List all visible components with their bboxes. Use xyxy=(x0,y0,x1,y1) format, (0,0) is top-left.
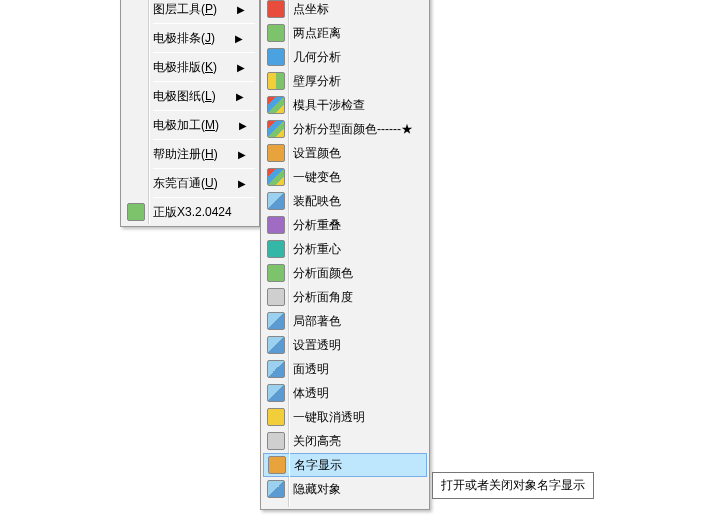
submenu-item-icon xyxy=(267,360,285,378)
menu-item-4[interactable]: 电极加工(M)▶ xyxy=(123,113,257,137)
submenu-item-7[interactable]: 一键变色 xyxy=(263,165,427,189)
menu-item-label: 帮助注册(H) xyxy=(153,146,218,163)
submenu-arrow-icon: ▶ xyxy=(218,149,246,160)
app-icon xyxy=(127,203,145,221)
menu-item-label: 电极排版(K) xyxy=(153,59,217,76)
submenu-item-label: 体透明 xyxy=(293,385,407,402)
submenu-item-label: 一键取消透明 xyxy=(293,409,407,426)
menu-item-label: 电极图纸(L) xyxy=(153,88,216,105)
submenu-item-label: 关闭高亮 xyxy=(293,433,407,450)
submenu-item-9[interactable]: 分析重叠 xyxy=(263,213,427,237)
menu-item-label: 图层工具(P) xyxy=(153,1,217,18)
submenu-item-icon xyxy=(268,456,286,474)
submenu-item-icon xyxy=(267,408,285,426)
menu-separator xyxy=(153,197,255,198)
menu-item-label: 电极排条(J) xyxy=(153,30,215,47)
submenu-item-icon xyxy=(267,144,285,162)
submenu-item-icon xyxy=(267,480,285,498)
submenu-arrow-icon: ▶ xyxy=(219,120,247,131)
submenu-arrow-icon: ▶ xyxy=(217,4,245,15)
submenu-item-11[interactable]: 分析面颜色 xyxy=(263,261,427,285)
submenu-item-icon xyxy=(267,24,285,42)
submenu-item-4[interactable]: 模具干涉检查 xyxy=(263,93,427,117)
submenu-arrow-icon: ▶ xyxy=(216,91,244,102)
menu-item-5[interactable]: 帮助注册(H)▶ xyxy=(123,142,257,166)
submenu-item-6[interactable]: 设置颜色 xyxy=(263,141,427,165)
submenu-item-label: 点坐标 xyxy=(293,1,407,18)
submenu-item-icon xyxy=(267,192,285,210)
submenu-item-icon xyxy=(267,312,285,330)
parent-context-menu: 图层工具(P)▶电极排条(J)▶电极排版(K)▶电极图纸(L)▶电极加工(M)▶… xyxy=(120,0,260,227)
menu-separator xyxy=(153,81,255,82)
submenu-item-label: 两点距离 xyxy=(293,25,407,42)
menu-item-label: 东莞百通(U) xyxy=(153,175,218,192)
tooltip: 打开或者关闭对象名字显示 xyxy=(432,472,594,499)
submenu-item-14[interactable]: 设置透明 xyxy=(263,333,427,357)
submenu-item-label: 壁厚分析 xyxy=(293,73,407,90)
submenu-item-icon xyxy=(267,96,285,114)
submenu-item-17[interactable]: 一键取消透明 xyxy=(263,405,427,429)
submenu-item-label: 分析重叠 xyxy=(293,217,407,234)
submenu-item-3[interactable]: 壁厚分析 xyxy=(263,69,427,93)
submenu-arrow-icon: ▶ xyxy=(218,178,246,189)
submenu-item-18[interactable]: 关闭高亮 xyxy=(263,429,427,453)
menu-separator xyxy=(153,52,255,53)
submenu-item-icon xyxy=(267,336,285,354)
submenu-item-label: 装配映色 xyxy=(293,193,407,210)
menu-item-label: 电极加工(M) xyxy=(153,117,219,134)
submenu: 点坐标两点距离几何分析壁厚分析模具干涉检查分析分型面颜色------★设置颜色一… xyxy=(260,0,430,510)
menu-item-6[interactable]: 东莞百通(U)▶ xyxy=(123,171,257,195)
submenu-arrow-icon: ▶ xyxy=(217,62,245,73)
submenu-item-label: 名字显示 xyxy=(294,457,406,474)
submenu-item-icon xyxy=(267,168,285,186)
menu-separator xyxy=(153,23,255,24)
submenu-item-label: 几何分析 xyxy=(293,49,407,66)
submenu-item-2[interactable]: 几何分析 xyxy=(263,45,427,69)
submenu-item-8[interactable]: 装配映色 xyxy=(263,189,427,213)
submenu-item-icon xyxy=(267,216,285,234)
menu-item-0[interactable]: 图层工具(P)▶ xyxy=(123,0,257,21)
submenu-item-icon xyxy=(267,120,285,138)
submenu-item-label: 设置透明 xyxy=(293,337,407,354)
submenu-item-16[interactable]: 体透明 xyxy=(263,381,427,405)
submenu-item-icon xyxy=(267,264,285,282)
submenu-item-icon xyxy=(267,432,285,450)
submenu-item-label: 模具干涉检查 xyxy=(293,97,407,114)
menu-item-3[interactable]: 电极图纸(L)▶ xyxy=(123,84,257,108)
submenu-item-19[interactable]: 名字显示 xyxy=(263,453,427,477)
submenu-item-20[interactable]: 隐藏对象 xyxy=(263,477,427,501)
submenu-item-icon xyxy=(267,384,285,402)
submenu-item-label: 面透明 xyxy=(293,361,407,378)
menu-item-1[interactable]: 电极排条(J)▶ xyxy=(123,26,257,50)
menu-separator xyxy=(153,110,255,111)
submenu-item-15[interactable]: 面透明 xyxy=(263,357,427,381)
submenu-item-12[interactable]: 分析面角度 xyxy=(263,285,427,309)
submenu-arrow-icon: ▶ xyxy=(215,33,243,44)
submenu-item-13[interactable]: 局部著色 xyxy=(263,309,427,333)
submenu-item-label: 设置颜色 xyxy=(293,145,407,162)
submenu-item-icon xyxy=(267,48,285,66)
submenu-item-10[interactable]: 分析重心 xyxy=(263,237,427,261)
menu-item-label: 正版X3.2.0424 xyxy=(153,204,237,221)
submenu-item-icon xyxy=(267,240,285,258)
submenu-item-label: 分析面颜色 xyxy=(293,265,407,282)
submenu-item-label: 分析重心 xyxy=(293,241,407,258)
submenu-item-icon xyxy=(267,0,285,18)
submenu-item-label: 隐藏对象 xyxy=(293,481,407,498)
menu-separator xyxy=(153,168,255,169)
submenu-item-1[interactable]: 两点距离 xyxy=(263,21,427,45)
menu-item-7[interactable]: 正版X3.2.0424 xyxy=(123,200,257,224)
submenu-item-label: 局部著色 xyxy=(293,313,407,330)
menu-item-2[interactable]: 电极排版(K)▶ xyxy=(123,55,257,79)
submenu-item-label: 一键变色 xyxy=(293,169,407,186)
submenu-item-0[interactable]: 点坐标 xyxy=(263,0,427,21)
submenu-item-label: 分析分型面颜色------★ xyxy=(293,121,413,138)
submenu-item-icon xyxy=(267,72,285,90)
submenu-item-label: 分析面角度 xyxy=(293,289,407,306)
submenu-item-icon xyxy=(267,288,285,306)
menu-separator xyxy=(153,139,255,140)
submenu-item-5[interactable]: 分析分型面颜色------★ xyxy=(263,117,427,141)
